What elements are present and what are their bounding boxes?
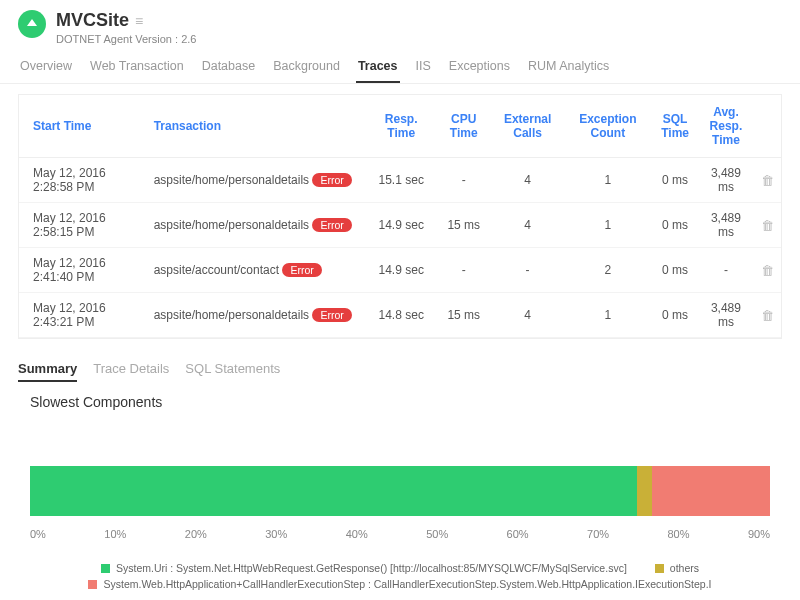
axis-tick: 10% <box>104 528 126 540</box>
cell-start-time: May 12, 20162:43:21 PM <box>19 293 140 338</box>
error-badge: Error <box>312 308 351 322</box>
cell-sql-time: 0 ms <box>651 203 699 248</box>
subtab-summary[interactable]: Summary <box>18 361 77 382</box>
table-row[interactable]: May 12, 20162:43:21 PMaspsite/home/perso… <box>19 293 781 338</box>
cell-start-time: May 12, 20162:41:40 PM <box>19 248 140 293</box>
cell-cpu-time: - <box>437 158 491 203</box>
site-name: MVCSite <box>56 10 129 31</box>
error-badge: Error <box>312 173 351 187</box>
subtab-trace-details[interactable]: Trace Details <box>93 361 169 382</box>
trash-icon[interactable]: 🗑 <box>761 173 774 188</box>
slowest-components-chart: 0%10%20%30%40%50%60%70%80%90% <box>0 416 800 554</box>
legend-label: System.Web.HttpApplication+CallHandlerEx… <box>103 578 711 590</box>
axis-tick: 20% <box>185 528 207 540</box>
traces-table: Start TimeTransactionResp.TimeCPUTimeExt… <box>19 95 781 338</box>
axis-tick: 40% <box>346 528 368 540</box>
cell-exc-count: 1 <box>564 158 651 203</box>
chart-segment[interactable] <box>652 466 770 516</box>
cell-resp-time: 15.1 sec <box>366 158 437 203</box>
col-header[interactable]: CPUTime <box>437 95 491 158</box>
trash-icon[interactable]: 🗑 <box>761 218 774 233</box>
axis-tick: 50% <box>426 528 448 540</box>
cell-transaction: aspsite/home/personaldetails Error <box>140 203 366 248</box>
col-header[interactable]: ExceptionCount <box>564 95 651 158</box>
main-nav: OverviewWeb TransactionDatabaseBackgroun… <box>0 45 800 84</box>
traces-table-panel: Start TimeTransactionResp.TimeCPUTimeExt… <box>18 94 782 339</box>
legend-label: System.Uri : System.Net.HttpWebRequest.G… <box>116 562 627 574</box>
menu-icon[interactable]: ≡ <box>135 13 143 29</box>
cell-delete: 🗑 <box>753 158 781 203</box>
cell-transaction: aspsite/account/contact Error <box>140 248 366 293</box>
axis-tick: 70% <box>587 528 609 540</box>
cell-resp-time: 14.8 sec <box>366 293 437 338</box>
cell-exc-count: 1 <box>564 293 651 338</box>
chart-segment[interactable] <box>637 466 652 516</box>
cell-ext-calls: 4 <box>491 158 565 203</box>
cell-transaction: aspsite/home/personaldetails Error <box>140 158 366 203</box>
col-header[interactable]: SQLTime <box>651 95 699 158</box>
legend-swatch <box>101 564 110 573</box>
table-row[interactable]: May 12, 20162:28:58 PMaspsite/home/perso… <box>19 158 781 203</box>
status-up-icon <box>18 10 46 38</box>
table-row[interactable]: May 12, 20162:58:15 PMaspsite/home/perso… <box>19 203 781 248</box>
axis-tick: 30% <box>265 528 287 540</box>
nav-database[interactable]: Database <box>200 53 258 83</box>
error-badge: Error <box>312 218 351 232</box>
cell-sql-time: 0 ms <box>651 158 699 203</box>
axis-tick: 0% <box>30 528 46 540</box>
cell-delete: 🗑 <box>753 248 781 293</box>
nav-traces[interactable]: Traces <box>356 53 400 83</box>
cell-avg-resp: 3,489ms <box>699 293 753 338</box>
cell-transaction: aspsite/home/personaldetails Error <box>140 293 366 338</box>
cell-exc-count: 2 <box>564 248 651 293</box>
agent-version-label: DOTNET Agent Version : 2.6 <box>56 33 196 45</box>
trace-subtabs: SummaryTrace DetailsSQL Statements <box>0 349 800 388</box>
cell-delete: 🗑 <box>753 293 781 338</box>
nav-background[interactable]: Background <box>271 53 342 83</box>
error-badge: Error <box>282 263 321 277</box>
cell-cpu-time: 15 ms <box>437 203 491 248</box>
cell-sql-time: 0 ms <box>651 248 699 293</box>
col-header[interactable]: Avg.Resp.Time <box>699 95 753 158</box>
chart-segment[interactable] <box>30 466 637 516</box>
cell-resp-time: 14.9 sec <box>366 248 437 293</box>
legend-swatch <box>88 580 97 589</box>
axis-tick: 60% <box>507 528 529 540</box>
chart-title: Slowest Components <box>0 388 800 416</box>
nav-overview[interactable]: Overview <box>18 53 74 83</box>
cell-exc-count: 1 <box>564 203 651 248</box>
cell-start-time: May 12, 20162:28:58 PM <box>19 158 140 203</box>
cell-cpu-time: - <box>437 248 491 293</box>
chart-legend: System.Uri : System.Net.HttpWebRequest.G… <box>0 554 800 600</box>
cell-ext-calls: - <box>491 248 565 293</box>
chart-bar <box>30 466 770 516</box>
axis-tick: 90% <box>748 528 770 540</box>
axis-tick: 80% <box>668 528 690 540</box>
legend-swatch <box>655 564 664 573</box>
legend-label: others <box>670 562 699 574</box>
nav-exceptions[interactable]: Exceptions <box>447 53 512 83</box>
cell-delete: 🗑 <box>753 203 781 248</box>
table-row[interactable]: May 12, 20162:41:40 PMaspsite/account/co… <box>19 248 781 293</box>
cell-resp-time: 14.9 sec <box>366 203 437 248</box>
trash-icon[interactable]: 🗑 <box>761 308 774 323</box>
nav-web-transaction[interactable]: Web Transaction <box>88 53 186 83</box>
subtab-sql-statements[interactable]: SQL Statements <box>185 361 280 382</box>
col-header[interactable]: ExternalCalls <box>491 95 565 158</box>
col-header[interactable]: Resp.Time <box>366 95 437 158</box>
cell-start-time: May 12, 20162:58:15 PM <box>19 203 140 248</box>
cell-avg-resp: - <box>699 248 753 293</box>
col-header[interactable]: Transaction <box>140 95 366 158</box>
cell-ext-calls: 4 <box>491 293 565 338</box>
col-header[interactable]: Start Time <box>19 95 140 158</box>
nav-iis[interactable]: IIS <box>414 53 433 83</box>
trash-icon[interactable]: 🗑 <box>761 263 774 278</box>
cell-ext-calls: 4 <box>491 203 565 248</box>
cell-avg-resp: 3,489ms <box>699 158 753 203</box>
cell-avg-resp: 3,489ms <box>699 203 753 248</box>
cell-sql-time: 0 ms <box>651 293 699 338</box>
chart-x-axis: 0%10%20%30%40%50%60%70%80%90% <box>30 524 770 550</box>
page-title: MVCSite ≡ <box>56 10 196 31</box>
nav-rum-analytics[interactable]: RUM Analytics <box>526 53 611 83</box>
cell-cpu-time: 15 ms <box>437 293 491 338</box>
